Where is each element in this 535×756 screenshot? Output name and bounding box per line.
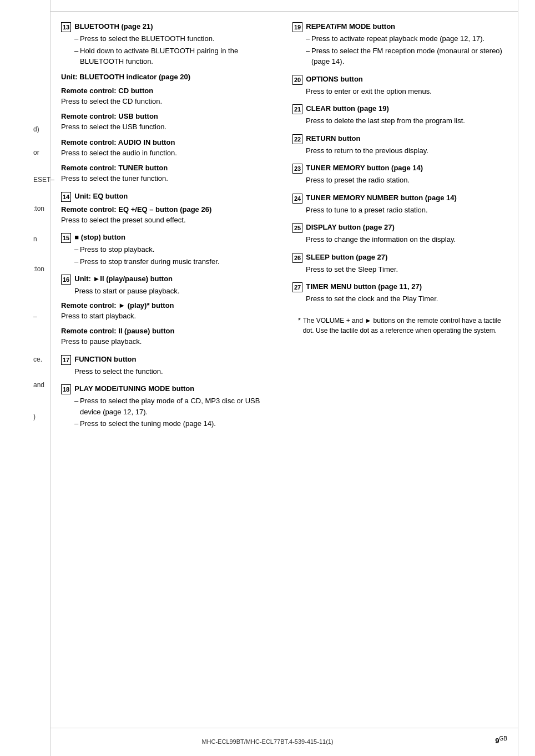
sub-item-eq-button: Remote control: EQ +/EQ – button (page 2… — [61, 205, 276, 226]
item-15-bullet-2: Press to stop transfer during music tran… — [74, 256, 276, 267]
sub-item-audio-in-title: Remote control: AUDIO IN button — [61, 138, 276, 146]
item-18-title-text: PLAY MODE/TUNING MODE button — [74, 384, 194, 393]
item-13-body: Press to select the BLUETOOTH function. … — [61, 33, 276, 67]
page-container: d) or ESET– :ton n :ton – ce. and ) 13 B… — [0, 0, 535, 756]
item-14-title: 14 Unit: EQ button — [61, 192, 276, 202]
margin-item-paren: ) — [33, 409, 54, 424]
item-15-body: Press to stop playback. Press to stop tr… — [61, 244, 276, 267]
item-16-title: 16 Unit: ►II (play/pause) button — [61, 275, 276, 285]
list-item: 15 ■ (stop) button Press to stop playbac… — [61, 233, 276, 267]
footer-text: MHC-ECL99BT/MHC-ECL77BT.4-539-415-11(1) — [201, 738, 333, 745]
item-19-title: 19 REPEAT/FM MODE button — [292, 22, 507, 32]
item-19-number: 19 — [292, 22, 302, 32]
margin-item-dash: – — [33, 309, 54, 324]
sub-item-pause-title: Remote control: II (pause) button — [61, 327, 276, 335]
item-24-number: 24 — [292, 194, 302, 204]
two-column-layout: 13 BLUETOOTH (page 21) Press to select t… — [61, 22, 507, 437]
sub-item-tuner-title: Remote control: TUNER button — [61, 164, 276, 172]
item-23-title-text: TUNER MEMORY button (page 14) — [306, 164, 423, 172]
right-margin-line — [518, 0, 518, 756]
list-item: 13 BLUETOOTH (page 21) Press to select t… — [61, 22, 276, 184]
margin-item-eset: ESET– — [33, 172, 54, 187]
bottom-margin-line — [50, 728, 518, 728]
margin-item-n: n — [33, 232, 54, 246]
item-17-title: 17 FUNCTION button — [61, 355, 276, 365]
footnote: * The VOLUME + and ► buttons on the remo… — [292, 316, 507, 336]
margin-item-d: d) — [33, 122, 54, 136]
item-22-number: 22 — [292, 134, 302, 144]
item-16-sub-items: Remote control: ► (play)* button Press t… — [61, 301, 276, 347]
item-23-body: Press to preset the radio station. — [292, 175, 507, 186]
item-14-sub-items: Remote control: EQ +/EQ – button (page 2… — [61, 205, 276, 226]
item-18-number: 18 — [61, 384, 71, 394]
item-25-body: Press to change the information on the d… — [292, 234, 507, 245]
item-25-number: 25 — [292, 223, 302, 233]
list-item: 17 FUNCTION button Press to select the f… — [61, 355, 276, 377]
item-17-number: 17 — [61, 355, 71, 365]
footnote-star-symbol: * — [298, 316, 301, 326]
margin-item-ton2: :ton — [33, 262, 54, 276]
sub-item-cd-button: Remote control: CD button Press to selec… — [61, 87, 276, 107]
item-27-title-text: TIMER MENU button (page 11, 27) — [306, 282, 422, 291]
item-21-title: 21 CLEAR button (page 19) — [292, 104, 507, 114]
list-item: 16 Unit: ►II (play/pause) button Press t… — [61, 275, 276, 347]
item-18-body: Press to select the play mode of a CD, M… — [61, 395, 276, 429]
item-24-body: Press to tune to a preset radio station. — [292, 205, 507, 216]
sub-item-audio-in-body: Press to select the audio in function. — [61, 148, 276, 159]
left-column: 13 BLUETOOTH (page 21) Press to select t… — [61, 22, 276, 437]
item-18-title: 18 PLAY MODE/TUNING MODE button — [61, 384, 276, 394]
item-18-bullet-2: Press to select the tuning mode (page 14… — [74, 418, 276, 429]
sub-item-usb-button: Remote control: USB button Press to sele… — [61, 112, 276, 133]
item-23-number: 23 — [292, 164, 302, 174]
item-17-body: Press to select the function. — [61, 366, 276, 377]
item-20-title-text: OPTIONS button — [306, 75, 363, 83]
item-21-body: Press to delete the last step from the p… — [292, 115, 507, 126]
item-13-number: 13 — [61, 22, 71, 32]
left-margin-text: d) or ESET– :ton n :ton – ce. and ) — [33, 122, 54, 424]
item-27-number: 27 — [292, 282, 302, 292]
item-19-bullet-1: Press to activate repeat playback mode (… — [306, 33, 507, 44]
item-14-title-text: Unit: EQ button — [74, 192, 128, 200]
item-15-bullet-1: Press to stop playback. — [74, 244, 276, 255]
sub-item-bt-indicator-title: Unit: BLUETOOTH indicator (page 20) — [61, 73, 276, 81]
sub-item-usb-body: Press to select the USB function. — [61, 121, 276, 133]
margin-item-and: and — [33, 378, 54, 392]
item-22-body: Press to return to the previous display. — [292, 145, 507, 156]
sub-item-play-title: Remote control: ► (play)* button — [61, 301, 276, 309]
list-item: 25 DISPLAY button (page 27) Press to cha… — [292, 223, 507, 245]
sub-item-usb-title: Remote control: USB button — [61, 112, 276, 120]
sub-item-tuner-body: Press to select the tuner function. — [61, 173, 276, 184]
footer: MHC-ECL99BT/MHC-ECL77BT.4-539-415-11(1) — [0, 738, 535, 745]
item-13-bullet-1: Press to select the BLUETOOTH function. — [74, 33, 276, 44]
sub-item-audio-in: Remote control: AUDIO IN button Press to… — [61, 138, 276, 159]
item-16-number: 16 — [61, 275, 71, 285]
sub-item-play-body: Press to start playback. — [61, 311, 276, 322]
margin-item-ton1: :ton — [33, 201, 54, 216]
item-17-title-text: FUNCTION button — [74, 355, 136, 363]
item-13-title: 13 BLUETOOTH (page 21) — [61, 22, 276, 32]
margin-item-ce: ce. — [33, 352, 54, 367]
item-19-title-text: REPEAT/FM MODE button — [306, 22, 395, 31]
item-22-title: 22 RETURN button — [292, 134, 507, 144]
sub-item-tuner-button: Remote control: TUNER button Press to se… — [61, 164, 276, 184]
right-column: 19 REPEAT/FM MODE button Press to activa… — [292, 22, 507, 437]
list-item: 20 OPTIONS button Press to enter or exit… — [292, 75, 507, 97]
item-15-title-text: ■ (stop) button — [74, 233, 125, 241]
list-item: 14 Unit: EQ button Remote control: EQ +/… — [61, 192, 276, 226]
item-22-title-text: RETURN button — [306, 134, 360, 143]
item-27-title: 27 TIMER MENU button (page 11, 27) — [292, 282, 507, 292]
item-15-title: 15 ■ (stop) button — [61, 233, 276, 243]
top-margin-line — [50, 11, 518, 12]
item-20-title: 20 OPTIONS button — [292, 75, 507, 85]
item-21-title-text: CLEAR button (page 19) — [306, 104, 389, 113]
list-item: 23 TUNER MEMORY button (page 14) Press t… — [292, 164, 507, 186]
footnote-content: * The VOLUME + and ► buttons on the remo… — [298, 316, 507, 336]
list-item: 21 CLEAR button (page 19) Press to delet… — [292, 104, 507, 126]
item-15-number: 15 — [61, 233, 71, 243]
item-24-title: 24 TUNER MEMORY NUMBER button (page 14) — [292, 194, 507, 204]
item-13-sub-items: Unit: BLUETOOTH indicator (page 20) Remo… — [61, 73, 276, 184]
item-19-bullet-2: Press to select the FM reception mode (m… — [306, 45, 507, 67]
item-14-number: 14 — [61, 192, 71, 202]
item-20-body: Press to enter or exit the option menus. — [292, 86, 507, 97]
sub-item-cd-title: Remote control: CD button — [61, 87, 276, 95]
